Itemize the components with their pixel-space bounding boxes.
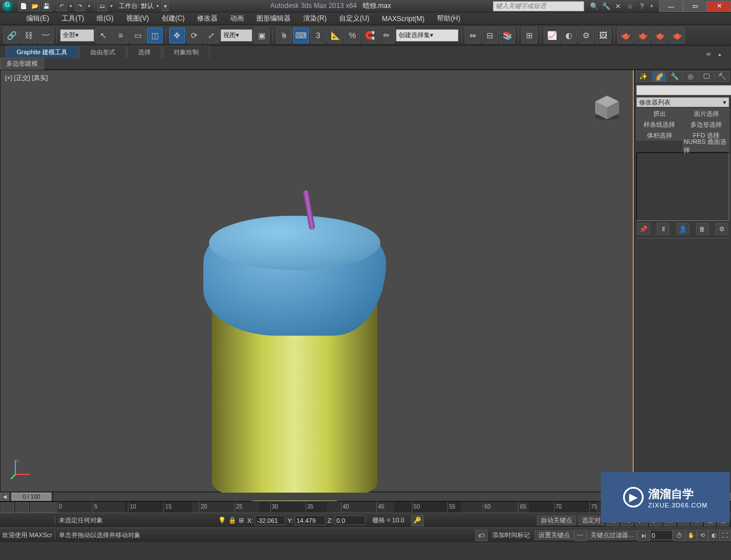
modifier-list-dropdown[interactable]: 修改器列表▾ [636, 97, 729, 107]
isolate-icon[interactable]: 🔒 [228, 517, 236, 524]
workspace-dropdown[interactable]: ▾ [155, 3, 160, 9]
named-selection-dropdown[interactable]: 创建选择集 ▾ [396, 29, 459, 42]
app-logo-icon[interactable] [2, 1, 14, 12]
time-slider-handle[interactable]: 0 / 100 [11, 493, 51, 501]
time-prev-button[interactable]: ◀ [0, 493, 9, 501]
undo-dropdown[interactable]: ▾ [68, 3, 74, 9]
fov-icon[interactable]: ◐ [708, 530, 720, 541]
hierarchy-tab-icon[interactable]: 🔧 [667, 71, 682, 82]
menu-edit[interactable]: 编辑(E) [21, 13, 55, 25]
save-file-icon[interactable]: 💾 [41, 1, 51, 11]
help-icon[interactable]: ? [637, 1, 647, 11]
mod-face-select[interactable]: 面片选择 [683, 108, 729, 119]
redo-dropdown[interactable]: ▾ [86, 3, 92, 9]
rotate-icon[interactable]: ⟳ [186, 27, 202, 43]
pivot-center-icon[interactable]: ▣ [254, 27, 270, 43]
qat-menu-icon[interactable]: ▾ [162, 1, 168, 11]
mini-curve-editor-icon[interactable] [30, 502, 57, 513]
menu-rendering[interactable]: 渲染(R) [298, 13, 332, 25]
z-coord-input[interactable] [335, 515, 366, 525]
key-mode-toggle-icon[interactable]: ⏯ [637, 530, 650, 541]
select-name-icon[interactable]: ≡ [113, 27, 128, 43]
window-crossing-icon[interactable]: ◫ [147, 27, 163, 43]
mirror-icon[interactable]: ⇔ [465, 27, 481, 43]
move-icon[interactable]: ✥ [169, 27, 185, 43]
layers-icon[interactable]: 📚 [499, 27, 515, 43]
menu-views[interactable]: 视图(V) [121, 13, 155, 25]
create-tab-icon[interactable]: ✨ [636, 71, 651, 82]
viewport[interactable]: [+] [正交] [真实] z [0, 70, 634, 492]
menu-help[interactable]: 帮助(H) [431, 13, 466, 25]
quick-render-icon[interactable]: 🫖 [652, 27, 668, 43]
object-name-input[interactable] [636, 85, 731, 95]
ribbon-tab-graphite[interactable]: Graphite 建模工具 [6, 46, 78, 58]
ref-coord-dropdown[interactable]: 视图 ▾ [220, 29, 252, 42]
menu-tools[interactable]: 工具(T) [56, 13, 90, 25]
track-bar-btn1[interactable] [1, 502, 14, 513]
ribbon-tab-freeform[interactable]: 自由形式 [79, 46, 126, 58]
pan-icon[interactable]: ✋ [685, 530, 697, 541]
mod-spline-select[interactable]: 样条线选择 [636, 119, 682, 130]
percent-snap-icon[interactable]: % [344, 27, 360, 43]
search-icon[interactable]: 🔍 [589, 1, 599, 11]
render-icon[interactable]: 🫖 [617, 27, 633, 43]
unlink-icon[interactable]: ⛓ [21, 27, 37, 43]
orbit-icon[interactable]: ⟲ [697, 530, 708, 541]
menu-customize[interactable]: 自定义(U) [334, 13, 375, 25]
track-bar-btn2[interactable] [15, 502, 29, 513]
auto-key-button[interactable]: 自动关键点 [537, 515, 576, 525]
display-tab-icon[interactable]: 🖵 [699, 71, 714, 82]
key-mode-icon[interactable]: 🔑 [411, 515, 424, 526]
show-end-result-icon[interactable]: Ⅱ [657, 223, 669, 235]
bind-spacewarp-icon[interactable]: 〰 [38, 27, 54, 43]
modify-tab-icon[interactable]: 🌈 [652, 71, 667, 82]
scale-icon[interactable]: ⤢ [203, 27, 219, 43]
mod-extrude[interactable]: 挤出 [636, 108, 682, 119]
angle-snap-icon[interactable]: 📐 [327, 27, 343, 43]
edit-named-sel-icon[interactable]: ✏ [379, 27, 395, 43]
y-coord-input[interactable] [295, 515, 326, 525]
select-region-icon[interactable]: ▭ [130, 27, 146, 43]
sel-lock-icon[interactable]: ⊞ [239, 517, 244, 524]
favorite-icon[interactable]: ☆ [625, 1, 635, 11]
x-coord-input[interactable] [255, 515, 286, 525]
render-setup-icon[interactable]: ⚙ [578, 27, 594, 43]
ribbon-mail-icon[interactable]: ✉ [704, 50, 713, 58]
ribbon-tab-object-paint[interactable]: 对象绘制 [163, 46, 210, 58]
mod-nurbs-select[interactable]: NURBS 曲面选择 [683, 141, 729, 151]
menu-group[interactable]: 组(G) [91, 13, 119, 25]
close-button[interactable]: ✕ [707, 1, 731, 12]
pin-stack-icon[interactable]: 📌 [637, 223, 650, 235]
new-file-icon[interactable]: 📄 [18, 1, 29, 11]
render-frame-icon[interactable]: 🖼 [595, 27, 611, 43]
select-icon[interactable]: ↖ [95, 27, 111, 43]
render-production-icon[interactable]: 🫖 [634, 27, 650, 43]
curve-editor-icon[interactable]: 📈 [544, 27, 560, 43]
ribbon-collapse-icon[interactable]: ▴ [715, 50, 724, 58]
redo-icon[interactable]: ↷ [75, 1, 85, 11]
time-tag-icon[interactable]: 🏷 [475, 530, 488, 541]
add-time-tag[interactable]: 添加时间标记 [488, 531, 535, 539]
manipulate-icon[interactable]: 🖱 [276, 27, 292, 43]
open-file-icon[interactable]: 📂 [30, 1, 40, 11]
render-last-icon[interactable]: 🫖 [669, 27, 685, 43]
exchange-icon[interactable]: ✕ [613, 1, 623, 11]
align-icon[interactable]: ⊟ [482, 27, 498, 43]
search-input[interactable]: 键入关键字或短语 [493, 1, 584, 11]
remove-modifier-icon[interactable]: 🗑 [696, 223, 709, 235]
minimize-button[interactable]: — [659, 1, 683, 12]
modifier-stack[interactable] [636, 152, 729, 221]
key-icon[interactable]: 🔧 [601, 1, 611, 11]
key-filters-button[interactable]: 关键点过滤器... [587, 530, 637, 540]
maximize-button[interactable]: ▭ [683, 1, 707, 12]
menu-create[interactable]: 创建(C) [156, 13, 191, 25]
menu-graph-editors[interactable]: 图形编辑器 [251, 13, 296, 25]
maximize-vp-icon[interactable]: ⛶ [720, 530, 731, 541]
configure-sets-icon[interactable]: ⚙ [716, 223, 728, 235]
help-dropdown[interactable]: ▾ [649, 1, 654, 11]
menu-modifiers[interactable]: 修改器 [191, 13, 223, 25]
utilities-tab-icon[interactable]: 🔨 [714, 71, 730, 82]
snap-toggle-icon[interactable]: 3 [310, 27, 326, 43]
ribbon-tab-selection[interactable]: 选择 [127, 46, 162, 58]
material-editor-icon[interactable]: ◐ [561, 27, 577, 43]
